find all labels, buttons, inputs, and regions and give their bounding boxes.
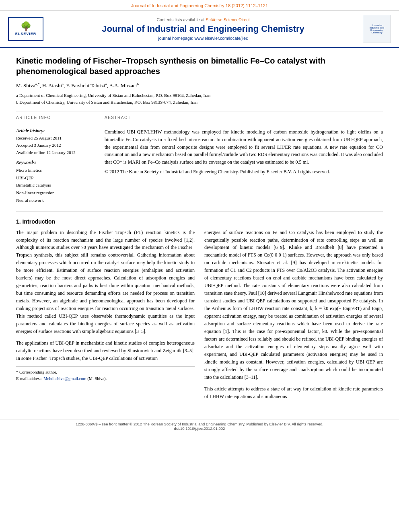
email-person: (M. Shiva).	[87, 376, 107, 381]
body-content: 1. Introduction The major problem in des…	[16, 212, 383, 405]
received-date: Received 25 August 2011	[16, 135, 97, 142]
email-label: E-mail address:	[16, 376, 43, 381]
journal-thumbnail: Journal ofIndustrial andEngineeringChemi…	[363, 15, 391, 43]
elsevier-logo: 🌳 ELSEVIER	[8, 17, 43, 41]
contents-line: Contents lists available at SciVerse Sci…	[43, 17, 363, 22]
available-date: Available online 12 January 2012	[16, 149, 97, 156]
abstract-body: Combined UBI-QEP/LHHW methodology was em…	[105, 129, 383, 164]
email-line: E-mail address: Mehdi.shiva@gmail.com (M…	[16, 376, 195, 382]
journal-reference: Journal of Industrial and Engineering Ch…	[131, 3, 268, 8]
history-label: Article history:	[16, 128, 97, 133]
divider-info	[16, 124, 97, 124]
author-m-shiva: M. Shiva	[16, 82, 35, 88]
journal-homepage: journal homepage: www.elsevier.com/locat…	[43, 36, 363, 41]
affiliations: a Department of Chemical Engineering, Un…	[16, 92, 383, 105]
keyword-2: UBI-QEP	[16, 174, 97, 182]
homepage-url[interactable]: journal homepage: www.elsevier.com/locat…	[158, 36, 248, 41]
keyword-4: Non-linear regression	[16, 189, 97, 197]
abstract-column: ABSTRACT Combined UBI-QEP/LHHW methodolo…	[105, 115, 383, 204]
elsevier-text: ELSEVIER	[15, 32, 37, 36]
abstract-text: Combined UBI-QEP/LHHW methodology was em…	[105, 128, 383, 176]
body-para-1: The major problem in describing the Fisc…	[16, 229, 195, 335]
affiliation-a: a Department of Chemical Engineering, Un…	[16, 92, 383, 99]
paper-title: Kinetic modeling of Fischer–Tropsch synt…	[16, 55, 383, 76]
top-bar: Journal of Industrial and Engineering Ch…	[0, 0, 399, 11]
doi-line: doi:10.1016/j.jiec.2012.01.002	[16, 426, 383, 431]
divider-1	[16, 111, 383, 111]
body-right-column: energies of surface reactions on Fe and …	[204, 229, 383, 405]
footnotes: * Corresponding author. E-mail address: …	[16, 366, 195, 382]
author-h-atashi: H. Atashi	[42, 82, 62, 88]
divider-abstract	[105, 124, 383, 124]
keyword-3: Bimetallic catalysis	[16, 181, 97, 189]
corresponding-author-note: * Corresponding author.	[16, 369, 195, 376]
journal-header: 🌳 ELSEVIER Contents lists available at S…	[0, 11, 399, 48]
article-info-column: ARTICLE INFO Article history: Received 2…	[16, 115, 97, 204]
keyword-5: Neural network	[16, 197, 97, 204]
journal-title: Journal of Industrial and Engineering Ch…	[43, 24, 363, 34]
body-para-2: The applications of UBI-QEP in mechanist…	[16, 339, 195, 362]
main-content: Kinetic modeling of Fischer–Tropsch synt…	[0, 48, 399, 413]
body-left-column: The major problem in describing the Fisc…	[16, 229, 195, 405]
bottom-copyright-bar: 1226-086X/$ – see front matter © 2012 Th…	[0, 419, 399, 433]
journal-center-info: Contents lists available at SciVerse Sci…	[43, 17, 363, 41]
email-address[interactable]: Mehdi.shiva@gmail.com	[43, 376, 86, 381]
author-aa-mirzaei: A.A. Mirzaei	[109, 82, 137, 88]
issn-line: 1226-086X/$ – see front matter © 2012 Th…	[16, 422, 383, 426]
authors-line: M. Shivaa,*, H. Atashia, F. Farshchi Tab…	[16, 82, 383, 89]
keyword-1: Micro kinetics	[16, 166, 97, 174]
elsevier-tree-icon: 🌳	[21, 22, 31, 31]
abstract-title: ABSTRACT	[105, 115, 383, 120]
abstract-copyright: © 2012 The Korean Society of Industrial …	[105, 168, 383, 176]
author-f-farshchi: F. Farshchi Tabrizi	[66, 82, 105, 88]
affiliation-b: b Department of Chemistry, University of…	[16, 99, 383, 106]
body-two-col: The major problem in describing the Fisc…	[16, 229, 383, 405]
article-info-title: ARTICLE INFO	[16, 115, 97, 120]
keywords-label: Keywords:	[16, 160, 97, 165]
body-para-right-2: This article attempts to address a state…	[204, 385, 383, 401]
section-1-title: 1. Introduction	[16, 218, 383, 225]
info-abstract-section: ARTICLE INFO Article history: Received 2…	[16, 115, 383, 204]
sciverse-link[interactable]: SciVerse ScienceDirect	[206, 17, 249, 22]
body-para-right-1: energies of surface reactions on Fe and …	[204, 229, 383, 381]
accepted-date: Accepted 3 January 2012	[16, 142, 97, 149]
